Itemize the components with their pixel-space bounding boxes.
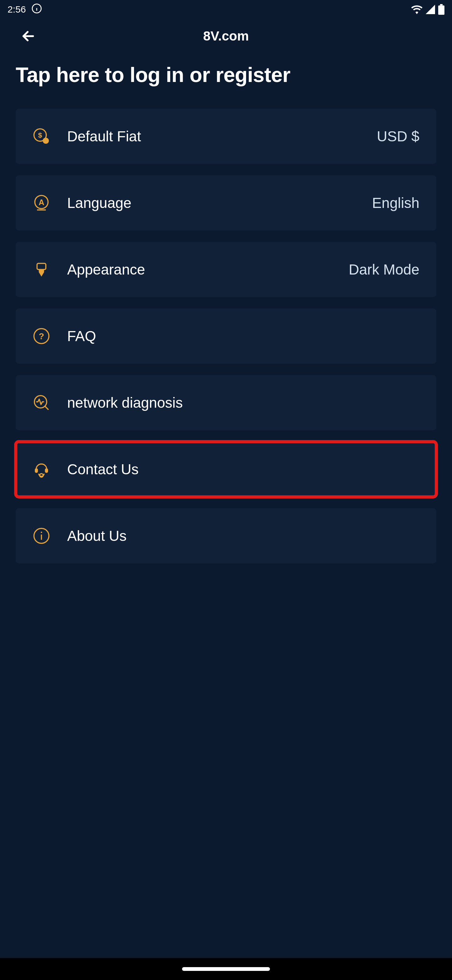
svg-point-22 (41, 532, 42, 533)
status-time: 2:56 (8, 4, 26, 15)
info-icon (32, 3, 42, 16)
menu-label: Default Fiat (67, 128, 360, 145)
dollar-circle-icon: $ (33, 127, 50, 145)
menu-item-faq[interactable]: ? FAQ (16, 309, 436, 364)
login-register-prompt[interactable]: Tap here to log in or register (0, 53, 452, 109)
svg-text:A: A (39, 198, 44, 207)
menu-item-language[interactable]: A Language English (16, 175, 436, 231)
svg-rect-18 (35, 468, 38, 473)
menu-label: network diagnosis (67, 394, 403, 411)
menu-label: Contact Us (67, 461, 403, 478)
battery-icon (438, 4, 444, 15)
svg-line-17 (45, 406, 48, 410)
menu-item-about-us[interactable]: About Us (16, 508, 436, 563)
settings-menu: $ Default Fiat USD $ A Language English … (0, 109, 452, 563)
menu-value: Dark Mode (349, 261, 419, 278)
menu-item-network-diagnosis[interactable]: network diagnosis (16, 375, 436, 430)
system-nav-bar (0, 958, 452, 980)
status-left: 2:56 (8, 3, 42, 16)
menu-label: Language (67, 194, 355, 212)
menu-item-contact-us[interactable]: Contact Us (16, 442, 436, 497)
svg-text:$: $ (38, 131, 42, 139)
menu-value: English (372, 194, 419, 212)
menu-label: Appearance (67, 261, 332, 278)
svg-rect-4 (438, 5, 444, 15)
svg-rect-13 (37, 263, 46, 269)
question-circle-icon: ? (33, 327, 50, 345)
svg-rect-5 (440, 4, 443, 5)
svg-point-9 (43, 138, 49, 144)
info-circle-icon (33, 527, 50, 545)
paint-brush-icon (33, 261, 50, 278)
back-button[interactable] (19, 27, 38, 46)
headset-icon (33, 460, 50, 478)
network-pulse-icon (33, 394, 50, 412)
nav-home-pill[interactable] (182, 967, 270, 971)
svg-rect-19 (45, 468, 48, 473)
page-title: 8V.com (0, 29, 452, 44)
menu-value: USD $ (377, 128, 419, 145)
menu-item-default-fiat[interactable]: $ Default Fiat USD $ (16, 109, 436, 164)
status-bar: 2:56 (0, 0, 452, 19)
status-right (411, 4, 444, 15)
svg-text:?: ? (39, 331, 44, 341)
svg-marker-3 (426, 5, 435, 14)
signal-icon (426, 5, 435, 14)
menu-item-appearance[interactable]: Appearance Dark Mode (16, 242, 436, 297)
language-a-icon: A (33, 194, 50, 212)
wifi-icon (411, 5, 422, 14)
menu-label: About Us (67, 527, 403, 544)
app-header: 8V.com (0, 19, 452, 53)
menu-label: FAQ (67, 328, 403, 345)
